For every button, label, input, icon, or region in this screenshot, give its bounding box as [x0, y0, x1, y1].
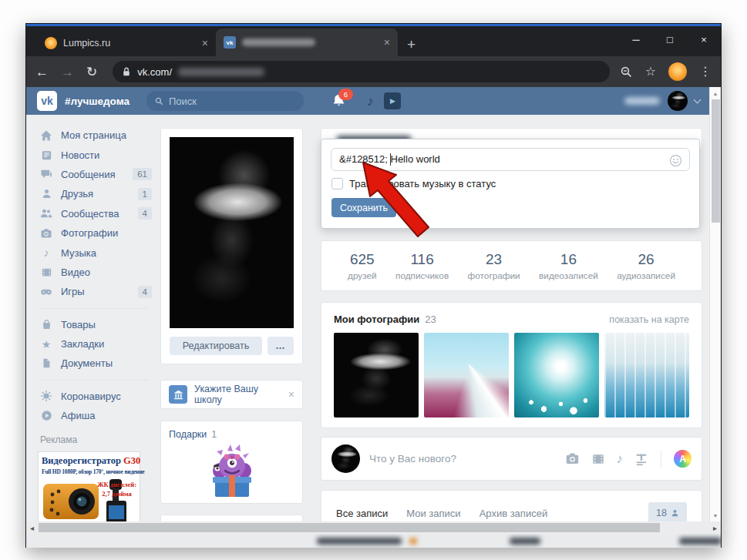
- show-on-map-link[interactable]: показать на карте: [609, 314, 689, 325]
- my-photos-title[interactable]: Мои фотографии: [334, 314, 419, 325]
- sidebar-item-friends[interactable]: Друзья 1: [38, 184, 155, 203]
- maximize-button[interactable]: □: [653, 26, 687, 52]
- vertical-scrollbar[interactable]: ▲ ▼: [709, 87, 721, 521]
- composer-placeholder[interactable]: Что у Вас нового?: [369, 453, 554, 464]
- forward-button[interactable]: →: [61, 65, 74, 79]
- profile-photo[interactable]: [170, 137, 294, 328]
- post-composer-card: Что у Вас нового? ♪ A: [321, 437, 702, 481]
- browser-tab-lumpics[interactable]: Lumpics.ru ×: [37, 30, 216, 56]
- sidebar-item-messages[interactable]: Сообщения 61: [38, 165, 155, 184]
- chrome-menu-icon[interactable]: ⋮: [699, 65, 712, 78]
- gifts-count: 1: [211, 429, 217, 440]
- sidebar-item-music[interactable]: ♪ Музыка: [38, 243, 155, 262]
- sidebar-item-goods[interactable]: Товары: [38, 315, 155, 334]
- close-button[interactable]: ×: [687, 26, 721, 52]
- virus-icon: [40, 390, 52, 402]
- attach-video-icon[interactable]: [591, 452, 605, 466]
- emoji-picker-icon[interactable]: [669, 153, 682, 171]
- sidebar-divider: [40, 308, 149, 309]
- browser-tab-vk-active[interactable]: vk ×: [216, 29, 398, 56]
- gifts-header[interactable]: Подарки1: [169, 429, 294, 440]
- sidebar-item-my-page[interactable]: Моя страница: [38, 126, 155, 145]
- ad-lcd-text: ЖК дисплей:2,7 дюйма: [97, 481, 136, 498]
- close-icon[interactable]: ×: [288, 388, 294, 401]
- hashtag-link[interactable]: #лучшедома: [65, 96, 130, 107]
- miniplayer-button[interactable]: ▶: [384, 92, 401, 109]
- person-icon: [671, 508, 679, 518]
- browser-tabstrip: Lumpics.ru × vk × + ─ □ ×: [26, 24, 721, 56]
- blurred-footer-text: [510, 538, 540, 545]
- back-button[interactable]: ←: [35, 65, 49, 79]
- tab-close-icon[interactable]: ×: [202, 38, 208, 49]
- zoom-icon[interactable]: [620, 65, 633, 79]
- counter-followers[interactable]: 116подписчиков: [395, 251, 449, 281]
- scroll-right-arrow[interactable]: ▸: [709, 524, 721, 532]
- reload-button[interactable]: ↻: [86, 65, 97, 79]
- sidebar-item-photos[interactable]: Фотографии: [38, 223, 155, 243]
- vk-logo[interactable]: vk: [37, 91, 57, 111]
- sidebar-item-coronavirus[interactable]: Коронавирус: [38, 387, 155, 406]
- sidebar-item-video[interactable]: Видео: [38, 263, 155, 282]
- attach-article-icon[interactable]: [634, 452, 648, 466]
- left-sidebar: Моя страница Новости Сообщения 61 Друзья…: [38, 115, 155, 521]
- sidebar-item-afisha[interactable]: Афиша: [38, 406, 155, 425]
- wall-followers-badge[interactable]: 18: [648, 502, 687, 522]
- music-note-icon: ♪: [40, 246, 52, 259]
- ad-title: Видеорегистратор G30: [42, 455, 136, 467]
- counter-friends[interactable]: 625друзей: [348, 251, 377, 281]
- chat-icon: [40, 168, 52, 180]
- gifts-card: Подарки1: [160, 421, 303, 504]
- sidebar-item-communities[interactable]: Сообщества 4: [38, 204, 155, 223]
- account-menu[interactable]: [624, 91, 700, 111]
- photo-thumbnail-2[interactable]: [424, 333, 509, 417]
- vertical-scroll-thumb[interactable]: [712, 99, 720, 223]
- notifications-button[interactable]: 6: [331, 93, 347, 109]
- more-actions-button[interactable]: …: [268, 337, 294, 355]
- user-icon: [40, 188, 52, 200]
- broadcast-music-checkbox[interactable]: [331, 178, 343, 189]
- document-icon: [40, 357, 52, 370]
- counter-videos[interactable]: 16видеозаписей: [539, 251, 598, 281]
- tab-close-icon[interactable]: ×: [384, 37, 390, 48]
- ad-banner[interactable]: Видеорегистратор G30 Full HD 1080P, обзо…: [38, 451, 140, 521]
- school-prompt-label[interactable]: Укажите Вашу школу: [194, 384, 281, 406]
- sidebar-item-news[interactable]: Новости: [38, 145, 155, 164]
- counter-photos[interactable]: 23фотографии: [468, 251, 520, 281]
- chrome-profile-avatar[interactable]: [668, 62, 687, 81]
- counter-audios[interactable]: 26аудиозаписей: [617, 251, 675, 281]
- photo-thumbnail-1[interactable]: [334, 333, 419, 417]
- sidebar-item-bookmarks[interactable]: ★ Закладки: [38, 334, 155, 354]
- school-icon: [169, 385, 187, 404]
- music-icon[interactable]: ♪: [367, 95, 374, 108]
- photo-thumbnail-3[interactable]: [514, 333, 599, 417]
- new-tab-button[interactable]: +: [407, 37, 416, 52]
- horizontal-scrollbar[interactable]: ◂ ▸: [26, 521, 721, 534]
- scroll-down-arrow[interactable]: ▼: [710, 510, 721, 521]
- bookmark-star-icon[interactable]: ☆: [645, 65, 656, 78]
- rainbow-a-icon[interactable]: A: [674, 450, 691, 468]
- browser-window: Lumpics.ru × vk × + ─ □ × ← → ↻ vk.com/: [25, 23, 722, 548]
- sidebar-item-documents[interactable]: Документы: [38, 354, 155, 373]
- my-photos-card: Мои фотографии 23 показать на карте: [321, 302, 702, 428]
- save-status-button[interactable]: Сохранить: [331, 198, 396, 217]
- tab-my-posts[interactable]: Мои записи: [406, 496, 460, 521]
- tab-archived-posts[interactable]: Архив записей: [479, 496, 548, 521]
- horizontal-scroll-thumb[interactable]: [39, 523, 660, 532]
- text-cursor: [390, 153, 391, 166]
- header-search-input[interactable]: Поиск: [146, 91, 304, 111]
- tab-all-posts[interactable]: Все записи: [336, 496, 388, 521]
- status-edit-popup: &#128512; Hello world Транслировать музы…: [321, 139, 700, 229]
- edit-profile-button[interactable]: Редактировать: [170, 337, 262, 355]
- composer-divider: [661, 451, 661, 468]
- attach-audio-icon[interactable]: ♪: [617, 451, 624, 467]
- sidebar-item-games[interactable]: Игры 4: [38, 282, 155, 301]
- gift-image[interactable]: [169, 441, 294, 498]
- photo-thumbnail-4[interactable]: [604, 333, 689, 417]
- play-circle-icon: [40, 410, 52, 422]
- address-bar[interactable]: vk.com/: [113, 61, 610, 82]
- status-input[interactable]: &#128512; Hello world: [331, 148, 690, 171]
- scroll-up-arrow[interactable]: ▲: [710, 88, 721, 99]
- minimize-button[interactable]: ─: [619, 26, 653, 52]
- scroll-left-arrow[interactable]: ◂: [26, 524, 38, 532]
- attach-photo-icon[interactable]: [565, 451, 580, 466]
